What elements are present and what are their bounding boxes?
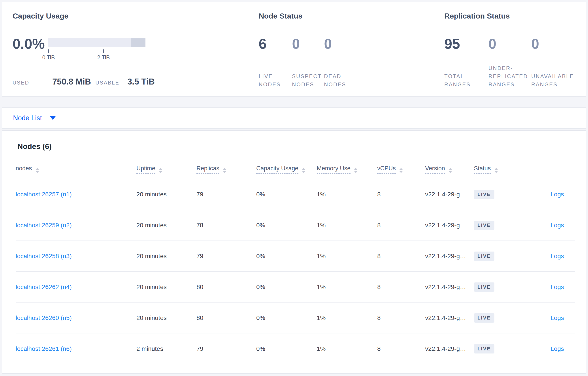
status-badge: LIVE bbox=[474, 344, 494, 354]
sort-icon[interactable] bbox=[36, 168, 39, 173]
node-status-panel: Node Status 6 LIVE NODES 0 SUSPECT NODES… bbox=[259, 2, 426, 96]
vcpus-cell: 8 bbox=[377, 314, 425, 322]
node-link[interactable]: localhost:26259 (n2) bbox=[16, 222, 72, 229]
nodes-table: nodes Uptime Replicas Capacity Usage Mem… bbox=[16, 163, 575, 364]
axis-tick bbox=[48, 49, 49, 53]
capacity-usage-cell: 0% bbox=[256, 314, 317, 322]
table-header-row: nodes Uptime Replicas Capacity Usage Mem… bbox=[16, 163, 575, 179]
table-row: localhost:26260 (n5) 20 minutes 80 0% 1%… bbox=[16, 303, 575, 334]
uptime-cell: 20 minutes bbox=[136, 222, 196, 229]
uptime-cell: 20 minutes bbox=[136, 283, 196, 291]
capacity-usage-cell: 0% bbox=[256, 283, 317, 291]
capacity-bar-nonusable-segment bbox=[131, 38, 146, 47]
capacity-usage-title: Capacity Usage bbox=[13, 12, 68, 20]
status-badge: LIVE bbox=[474, 282, 494, 292]
column-header-version[interactable]: Version bbox=[425, 165, 474, 174]
total-ranges-label: TOTAL RANGES bbox=[444, 72, 477, 88]
usable-label: USABLE bbox=[95, 80, 119, 86]
sort-icon[interactable] bbox=[494, 168, 498, 173]
status-badge: LIVE bbox=[474, 221, 494, 230]
logs-link[interactable]: Logs bbox=[550, 345, 564, 352]
axis-tick-label-2: 2 TiB bbox=[97, 54, 110, 61]
chevron-down-icon bbox=[50, 116, 56, 120]
column-header-replicas[interactable]: Replicas bbox=[196, 165, 256, 174]
replicas-cell: 78 bbox=[196, 222, 256, 229]
capacity-usage-cell: 0% bbox=[256, 253, 317, 260]
under-replicated-ranges-stat: 0 UNDER-REPLICATED RANGES bbox=[488, 2, 533, 96]
memory-use-cell: 1% bbox=[317, 191, 377, 198]
column-header-capacity-usage[interactable]: Capacity Usage bbox=[256, 165, 317, 174]
uptime-cell: 20 minutes bbox=[136, 314, 196, 322]
node-link[interactable]: localhost:26257 (n1) bbox=[16, 191, 72, 198]
capacity-usage-cell: 0% bbox=[256, 222, 317, 229]
unavailable-ranges-value: 0 bbox=[531, 37, 539, 51]
under-replicated-ranges-label: UNDER-REPLICATED RANGES bbox=[488, 64, 533, 88]
column-header-vcpus[interactable]: vCPUs bbox=[377, 165, 425, 174]
vcpus-cell: 8 bbox=[377, 222, 425, 229]
nodes-section-title: Nodes (6) bbox=[17, 142, 52, 151]
capacity-used-percent: 0.0% bbox=[13, 37, 45, 51]
version-cell: v22.1.4-29-g… bbox=[425, 253, 474, 260]
sort-icon[interactable] bbox=[223, 168, 226, 173]
capacity-bar: 0 TiB 2 TiB bbox=[48, 38, 146, 63]
sort-icon[interactable] bbox=[449, 168, 452, 173]
suspect-nodes-value: 0 bbox=[292, 37, 300, 51]
uptime-cell: 20 minutes bbox=[136, 253, 196, 260]
logs-link[interactable]: Logs bbox=[550, 253, 564, 260]
version-cell: v22.1.4-29-g… bbox=[425, 345, 474, 352]
live-nodes-stat: 6 LIVE NODES bbox=[259, 2, 290, 96]
vcpus-cell: 8 bbox=[377, 253, 425, 260]
column-header-memory-use[interactable]: Memory Use bbox=[317, 165, 377, 174]
node-list-dropdown-label[interactable]: Node List bbox=[13, 114, 42, 122]
version-cell: v22.1.4-29-g… bbox=[425, 191, 474, 198]
axis-tick bbox=[76, 49, 76, 53]
uptime-cell: 2 minutes bbox=[136, 345, 196, 352]
table-row: localhost:26258 (n3) 20 minutes 79 0% 1%… bbox=[16, 241, 575, 272]
logs-link[interactable]: Logs bbox=[550, 222, 564, 229]
unavailable-ranges-stat: 0 UNAVAILABLE RANGES bbox=[531, 2, 575, 96]
version-cell: v22.1.4-29-g… bbox=[425, 283, 474, 291]
node-link[interactable]: localhost:26262 (n4) bbox=[16, 283, 72, 290]
sort-icon[interactable] bbox=[302, 168, 305, 173]
live-nodes-value: 6 bbox=[259, 37, 267, 51]
sort-icon[interactable] bbox=[159, 168, 162, 173]
axis-tick-label-0: 0 TiB bbox=[42, 54, 55, 61]
column-header-status[interactable]: Status bbox=[474, 165, 531, 174]
dead-nodes-value: 0 bbox=[324, 37, 332, 51]
column-header-nodes[interactable]: nodes bbox=[16, 165, 136, 173]
vcpus-cell: 8 bbox=[377, 283, 425, 291]
replication-status-panel: Replication Status 95 TOTAL RANGES 0 UND… bbox=[444, 2, 586, 96]
view-selector-bar: Node List bbox=[2, 107, 586, 129]
under-replicated-ranges-value: 0 bbox=[488, 37, 496, 51]
sort-icon[interactable] bbox=[399, 168, 403, 173]
sort-icon[interactable] bbox=[354, 168, 357, 173]
memory-use-cell: 1% bbox=[317, 314, 377, 322]
table-row: localhost:26257 (n1) 20 minutes 79 0% 1%… bbox=[16, 179, 575, 210]
uptime-cell: 20 minutes bbox=[136, 191, 196, 198]
status-badge: LIVE bbox=[474, 190, 494, 199]
memory-use-cell: 1% bbox=[317, 253, 377, 260]
memory-use-cell: 1% bbox=[317, 283, 377, 291]
capacity-stats-row: USED750.8 MiBUSABLE3.5 TiB bbox=[13, 77, 155, 86]
node-link[interactable]: localhost:26260 (n5) bbox=[16, 314, 72, 321]
axis-tick bbox=[103, 49, 104, 53]
status-badge: LIVE bbox=[474, 313, 494, 323]
logs-link[interactable]: Logs bbox=[550, 283, 564, 290]
used-label: USED bbox=[13, 80, 29, 86]
logs-link[interactable]: Logs bbox=[550, 314, 564, 321]
nodes-table-card: Nodes (6) nodes Uptime Replicas Capacity… bbox=[2, 130, 586, 374]
replicas-cell: 79 bbox=[196, 253, 256, 260]
axis-tick bbox=[131, 49, 131, 53]
version-cell: v22.1.4-29-g… bbox=[425, 314, 474, 322]
usable-value: 3.5 TiB bbox=[127, 77, 155, 86]
memory-use-cell: 1% bbox=[317, 222, 377, 229]
logs-link[interactable]: Logs bbox=[550, 191, 564, 198]
suspect-nodes-label: SUSPECT NODES bbox=[292, 72, 323, 88]
node-list-dropdown[interactable]: Node List bbox=[13, 108, 56, 128]
status-badge: LIVE bbox=[474, 251, 494, 261]
used-value: 750.8 MiB bbox=[52, 77, 91, 86]
node-link[interactable]: localhost:26261 (n6) bbox=[16, 345, 72, 352]
node-link[interactable]: localhost:26258 (n3) bbox=[16, 253, 72, 260]
column-header-uptime[interactable]: Uptime bbox=[136, 165, 196, 174]
version-cell: v22.1.4-29-g… bbox=[425, 222, 474, 229]
